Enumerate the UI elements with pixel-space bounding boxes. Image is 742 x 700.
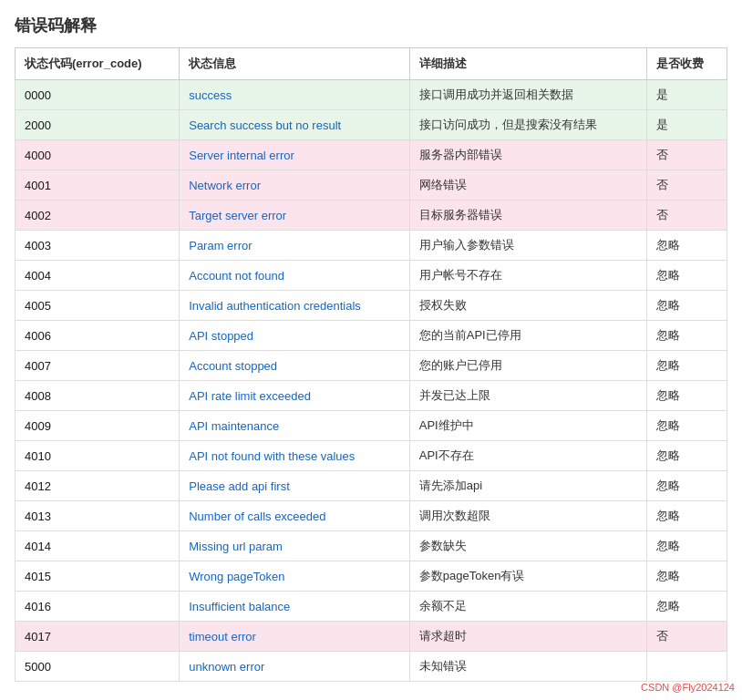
cell-desc: 参数缺失 (409, 531, 646, 561)
table-row: 0000success接口调用成功并返回相关数据是 (15, 80, 727, 110)
page-title: 错误码解释 (15, 15, 727, 36)
cell-status: Server internal error (180, 140, 410, 170)
cell-status: Insufficient balance (180, 592, 410, 622)
cell-status: timeout error (180, 622, 410, 652)
cell-status: Missing url param (180, 531, 410, 561)
cell-desc: 用户帐号不存在 (409, 261, 646, 291)
table-row: 4012Please add api first请先添加api忽略 (15, 471, 727, 501)
cell-code: 4007 (15, 351, 180, 381)
cell-charge: 忽略 (647, 501, 727, 531)
cell-charge: 否 (647, 170, 727, 201)
cell-charge: 忽略 (647, 592, 727, 622)
cell-code: 4009 (15, 411, 180, 441)
cell-status: Param error (180, 231, 410, 261)
cell-status: Invalid authentication credentials (180, 291, 410, 321)
cell-desc: 网络错误 (409, 170, 646, 201)
table-row: 4006API stopped您的当前API已停用忽略 (15, 321, 727, 351)
table-row: 4004Account not found用户帐号不存在忽略 (15, 261, 727, 291)
cell-charge: 忽略 (647, 321, 727, 351)
table-body: 0000success接口调用成功并返回相关数据是2000Search succ… (15, 80, 727, 682)
table-row: 4013Number of calls exceeded调用次数超限忽略 (15, 501, 727, 531)
cell-status: Target server error (180, 201, 410, 231)
table-row: 4009API maintenanceAPI维护中忽略 (15, 411, 727, 441)
cell-charge: 忽略 (647, 231, 727, 261)
cell-status: Network error (180, 170, 410, 201)
table-row: 4016Insufficient balance余额不足忽略 (15, 592, 727, 622)
cell-desc: 请求超时 (409, 622, 646, 652)
cell-charge: 忽略 (647, 351, 727, 381)
cell-charge: 否 (647, 140, 727, 170)
cell-code: 0000 (15, 80, 180, 110)
cell-desc: 您的账户已停用 (409, 351, 646, 381)
cell-status: unknown error (180, 652, 410, 682)
cell-desc: 授权失败 (409, 291, 646, 321)
cell-desc: 服务器内部错误 (409, 140, 646, 170)
table-row: 2000Search success but no result接口访问成功，但… (15, 110, 727, 140)
cell-desc: 调用次数超限 (409, 501, 646, 531)
table-row: 4002Target server error目标服务器错误否 (15, 201, 727, 231)
cell-code: 4003 (15, 231, 180, 261)
cell-charge: 忽略 (647, 291, 727, 321)
cell-code: 4017 (15, 622, 180, 652)
cell-code: 4008 (15, 381, 180, 411)
cell-status: Wrong pageToken (180, 561, 410, 592)
cell-charge: 忽略 (647, 531, 727, 561)
cell-charge: 忽略 (647, 441, 727, 471)
table-row: 4017timeout error请求超时否 (15, 622, 727, 652)
cell-desc: 用户输入参数错误 (409, 231, 646, 261)
cell-desc: 接口访问成功，但是搜索没有结果 (409, 110, 646, 140)
cell-code: 4013 (15, 501, 180, 531)
cell-code: 4005 (15, 291, 180, 321)
cell-status: API not found with these values (180, 441, 410, 471)
cell-status: Account not found (180, 261, 410, 291)
cell-status: Account stopped (180, 351, 410, 381)
table-row: 4007Account stopped您的账户已停用忽略 (15, 351, 727, 381)
cell-code: 4004 (15, 261, 180, 291)
watermark: CSDN @Fly2024124 (641, 682, 735, 693)
cell-code: 4010 (15, 441, 180, 471)
error-code-table: 状态代码(error_code) 状态信息 详细描述 是否收费 0000succ… (15, 47, 727, 682)
cell-desc: 并发已达上限 (409, 381, 646, 411)
cell-status: API stopped (180, 321, 410, 351)
table-header: 状态代码(error_code) 状态信息 详细描述 是否收费 (15, 48, 727, 80)
cell-charge: 忽略 (647, 261, 727, 291)
table-row: 5000unknown error未知错误 (15, 652, 727, 682)
table-row: 4003Param error用户输入参数错误忽略 (15, 231, 727, 261)
col-header-desc: 详细描述 (409, 48, 646, 80)
cell-code: 4014 (15, 531, 180, 561)
cell-status: success (180, 80, 410, 110)
cell-charge: 忽略 (647, 471, 727, 501)
cell-desc: 接口调用成功并返回相关数据 (409, 80, 646, 110)
table-row: 4000Server internal error服务器内部错误否 (15, 140, 727, 170)
cell-charge: 忽略 (647, 411, 727, 441)
col-header-charge: 是否收费 (647, 48, 727, 80)
cell-code: 4015 (15, 561, 180, 592)
cell-charge: 忽略 (647, 381, 727, 411)
cell-charge: 否 (647, 622, 727, 652)
table-row: 4015Wrong pageToken参数pageToken有误忽略 (15, 561, 727, 592)
cell-charge: 是 (647, 110, 727, 140)
col-header-code: 状态代码(error_code) (15, 48, 180, 80)
cell-desc: 请先添加api (409, 471, 646, 501)
cell-status: Please add api first (180, 471, 410, 501)
cell-desc: API不存在 (409, 441, 646, 471)
table-row: 4001Network error网络错误否 (15, 170, 727, 201)
cell-code: 4016 (15, 592, 180, 622)
cell-code: 4012 (15, 471, 180, 501)
cell-desc: 余额不足 (409, 592, 646, 622)
cell-code: 4001 (15, 170, 180, 201)
cell-status: API rate limit exceeded (180, 381, 410, 411)
cell-charge: 忽略 (647, 561, 727, 592)
table-row: 4008API rate limit exceeded并发已达上限忽略 (15, 381, 727, 411)
cell-charge: 否 (647, 201, 727, 231)
table-row: 4014Missing url param参数缺失忽略 (15, 531, 727, 561)
cell-status: Number of calls exceeded (180, 501, 410, 531)
cell-code: 4002 (15, 201, 180, 231)
cell-code: 5000 (15, 652, 180, 682)
cell-code: 4006 (15, 321, 180, 351)
cell-code: 4000 (15, 140, 180, 170)
table-row: 4010API not found with these valuesAPI不存… (15, 441, 727, 471)
cell-charge (647, 652, 727, 682)
table-row: 4005Invalid authentication credentials授权… (15, 291, 727, 321)
cell-desc: 未知错误 (409, 652, 646, 682)
